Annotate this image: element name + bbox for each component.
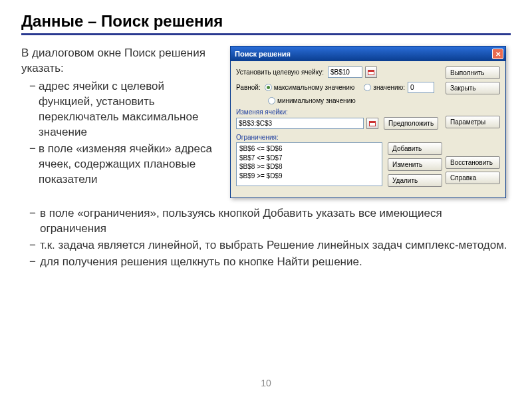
guess-button[interactable]: Предположить (384, 117, 438, 130)
dialog-titlebar[interactable]: Поиск решения ✕ (231, 47, 505, 61)
cell-ref-icon[interactable] (366, 118, 378, 129)
target-cell-input[interactable] (328, 66, 362, 78)
radio-max-label: максимальному значению (274, 84, 355, 91)
add-button[interactable]: Добавить (388, 142, 442, 155)
radio-max[interactable] (265, 84, 272, 91)
list-item: т.к. задача является линейной, то выбрат… (29, 238, 511, 253)
help-button[interactable]: Справка (446, 172, 500, 184)
radio-value[interactable] (364, 84, 371, 91)
parameters-button[interactable]: Параметры (446, 116, 500, 128)
delete-button[interactable]: Удалить (388, 174, 442, 187)
page-number: 10 (261, 378, 271, 388)
list-item: $B$7 <= $D$7 (239, 154, 379, 163)
left-bullet-list: адрес ячейки с целевой функцией, установ… (21, 79, 221, 188)
radio-min[interactable] (268, 97, 275, 104)
list-item: для получения решения щелкнуть по кнопке… (29, 255, 511, 270)
list-item: $B$8 >= $D$8 (239, 162, 379, 172)
list-item: в поле «ограничения», пользуясь кнопкой … (29, 206, 511, 237)
change-button[interactable]: Изменить (388, 158, 442, 171)
intro-text: В диалоговом окне Поиск решения указать: (21, 46, 221, 76)
cell-ref-icon[interactable] (365, 66, 377, 78)
changing-cells-input[interactable] (236, 118, 364, 129)
constraints-listbox[interactable]: $B$6 <= $D$6 $B$7 <= $D$7 $B$8 >= $D$8 $… (236, 142, 382, 186)
restore-button[interactable]: Восстановить (446, 156, 500, 169)
equal-label: Равной: (236, 84, 261, 91)
dialog-title: Поиск решения (235, 50, 291, 58)
list-item: $B$6 <= $D$6 (239, 144, 379, 154)
solver-dialog: Поиск решения ✕ Выполнить Закрыть Параме… (230, 46, 506, 198)
list-item: в поле «изменяя ячейки» адреса ячеек, со… (29, 142, 221, 188)
target-cell-label: Установить целевую ячейку: (236, 68, 324, 76)
bottom-bullet-list: в поле «ограничения», пользуясь кнопкой … (21, 206, 511, 270)
list-item: $B$9 >= $D$9 (239, 172, 379, 181)
radio-value-label: значению: (373, 84, 405, 91)
close-icon[interactable]: ✕ (492, 49, 503, 59)
execute-button[interactable]: Выполнить (446, 66, 500, 79)
value-input[interactable] (408, 82, 434, 93)
radio-min-label: минимальному значению (277, 97, 356, 104)
slide-title: Данные – Поиск решения (21, 12, 511, 35)
close-button[interactable]: Закрыть (446, 82, 500, 94)
list-item: адрес ячейки с целевой функцией, установ… (29, 79, 221, 140)
